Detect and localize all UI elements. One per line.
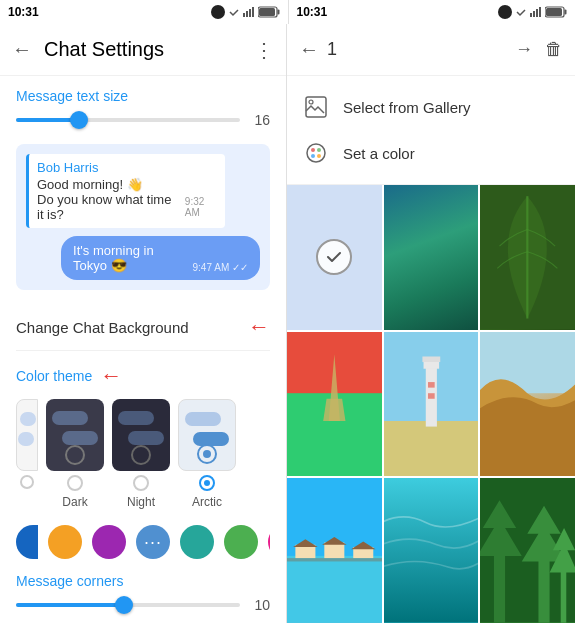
color-dot-purple[interactable] bbox=[92, 525, 126, 559]
chat-settings-header: ← Chat Settings ⋮ bbox=[0, 24, 286, 76]
message-corners-label: Message corners bbox=[16, 573, 270, 589]
theme-preview-arctic bbox=[178, 399, 236, 471]
grid-cell-flowers[interactable] bbox=[287, 332, 382, 477]
svg-rect-15 bbox=[546, 8, 562, 16]
svg-rect-36 bbox=[287, 556, 382, 623]
color-dots-row: ··· bbox=[16, 525, 270, 559]
theme-night[interactable]: Night bbox=[112, 399, 170, 509]
grid-cell-leaf[interactable] bbox=[480, 185, 575, 330]
svg-point-21 bbox=[311, 154, 315, 158]
message-corners-section: Message corners 10 bbox=[16, 573, 270, 613]
page-title: Chat Settings bbox=[44, 38, 254, 61]
select-from-gallery-option[interactable]: Select from Gallery bbox=[287, 84, 575, 130]
grid-cell-water[interactable] bbox=[384, 478, 479, 623]
grid-cell-selected[interactable] bbox=[287, 185, 382, 330]
received-time: 9:32 AM bbox=[185, 196, 217, 218]
left-panel: ← Chat Settings ⋮ Message text size 16 B… bbox=[0, 24, 287, 623]
svg-rect-38 bbox=[324, 543, 344, 559]
grid-cell-maldives[interactable] bbox=[287, 478, 382, 623]
theme-name-dark: Dark bbox=[62, 495, 87, 509]
set-color-label: Set a color bbox=[343, 145, 415, 162]
page-number: 1 bbox=[327, 39, 507, 60]
svg-rect-28 bbox=[384, 421, 479, 477]
svg-point-0 bbox=[211, 5, 225, 19]
themes-row: Dark Night bbox=[16, 399, 270, 513]
svg-rect-2 bbox=[246, 11, 248, 17]
set-color-option[interactable]: Set a color bbox=[287, 130, 575, 176]
svg-rect-31 bbox=[422, 356, 440, 362]
color-dot-green[interactable] bbox=[224, 525, 258, 559]
chat-preview: Bob Harris Good morning! 👋 Do you know w… bbox=[16, 144, 270, 290]
status-icons-left bbox=[211, 5, 280, 19]
color-theme-arrow: ← bbox=[100, 363, 122, 389]
theme-radio-arctic[interactable] bbox=[199, 475, 215, 491]
corners-slider-row: 10 bbox=[16, 597, 270, 613]
theme-dark[interactable]: Dark bbox=[46, 399, 104, 509]
select-gallery-label: Select from Gallery bbox=[343, 99, 471, 116]
theme-arctic[interactable]: Arctic bbox=[178, 399, 236, 509]
color-dot-orange[interactable] bbox=[48, 525, 82, 559]
corners-slider-thumb[interactable] bbox=[115, 596, 133, 614]
right-panel-header: ← 1 → 🗑 bbox=[287, 24, 575, 76]
grid-cell-lighthouse[interactable] bbox=[384, 332, 479, 477]
palette-icon bbox=[303, 140, 329, 166]
settings-content: Message text size 16 Bob Harris Good mor… bbox=[0, 76, 286, 623]
right-back-button[interactable]: ← bbox=[299, 38, 319, 61]
svg-point-8 bbox=[498, 5, 512, 19]
right-panel: ← 1 → 🗑 Select from Gallery bbox=[287, 24, 575, 623]
text-size-value: 16 bbox=[250, 112, 270, 128]
text-size-slider-row: 16 bbox=[16, 112, 270, 128]
svg-point-22 bbox=[317, 154, 321, 158]
gallery-icon bbox=[303, 94, 329, 120]
svg-rect-14 bbox=[565, 10, 567, 15]
corners-slider-track[interactable] bbox=[16, 603, 240, 607]
wifi-icon-left bbox=[243, 7, 255, 17]
wifi-icon-right bbox=[530, 7, 542, 17]
svg-point-18 bbox=[307, 144, 325, 162]
check-icon-right bbox=[515, 6, 527, 18]
svg-rect-33 bbox=[428, 393, 435, 399]
camera-icon bbox=[211, 5, 225, 19]
color-dot-partial[interactable] bbox=[16, 525, 38, 559]
status-time-right: 10:31 bbox=[297, 5, 328, 19]
svg-point-17 bbox=[309, 100, 313, 104]
menu-button[interactable]: ⋮ bbox=[254, 38, 274, 62]
svg-rect-32 bbox=[428, 382, 435, 388]
text-size-slider-thumb[interactable] bbox=[70, 111, 88, 129]
status-bar-left: 10:31 bbox=[0, 0, 288, 24]
svg-rect-3 bbox=[249, 9, 251, 17]
color-dot-pink[interactable] bbox=[268, 525, 270, 559]
change-bg-row[interactable]: Change Chat Background ← bbox=[16, 304, 270, 351]
svg-rect-42 bbox=[384, 478, 479, 623]
svg-rect-10 bbox=[533, 11, 535, 17]
theme-radio-night[interactable] bbox=[133, 475, 149, 491]
theme-name-night: Night bbox=[127, 495, 155, 509]
theme-radio-day[interactable] bbox=[20, 475, 34, 489]
change-bg-label: Change Chat Background bbox=[16, 319, 248, 336]
theme-radio-dark[interactable] bbox=[67, 475, 83, 491]
theme-name-arctic: Arctic bbox=[192, 495, 222, 509]
theme-preview-day-partial bbox=[16, 399, 38, 471]
right-options: Select from Gallery Set a color bbox=[287, 76, 575, 185]
corners-slider-value: 10 bbox=[250, 597, 270, 613]
color-dot-more[interactable]: ··· bbox=[136, 525, 170, 559]
battery-icon-right bbox=[545, 6, 567, 18]
svg-point-19 bbox=[311, 148, 315, 152]
svg-rect-9 bbox=[530, 13, 532, 17]
forward-button[interactable]: → bbox=[515, 39, 533, 60]
theme-day-partial[interactable] bbox=[16, 399, 38, 509]
theme-preview-night bbox=[112, 399, 170, 471]
back-button[interactable]: ← bbox=[12, 38, 32, 61]
svg-rect-1 bbox=[243, 13, 245, 17]
color-dot-teal[interactable] bbox=[180, 525, 214, 559]
message-sender: Bob Harris bbox=[37, 160, 217, 175]
right-header-icons: → 🗑 bbox=[515, 39, 563, 60]
grid-cell-ocean[interactable] bbox=[384, 185, 479, 330]
status-bar-right: 10:31 bbox=[288, 0, 576, 24]
grid-cell-desert[interactable] bbox=[480, 332, 575, 477]
text-size-slider-track[interactable] bbox=[16, 118, 240, 122]
svg-point-20 bbox=[317, 148, 321, 152]
corners-slider-fill bbox=[16, 603, 128, 607]
delete-button[interactable]: 🗑 bbox=[545, 39, 563, 60]
grid-cell-forest[interactable] bbox=[480, 478, 575, 623]
